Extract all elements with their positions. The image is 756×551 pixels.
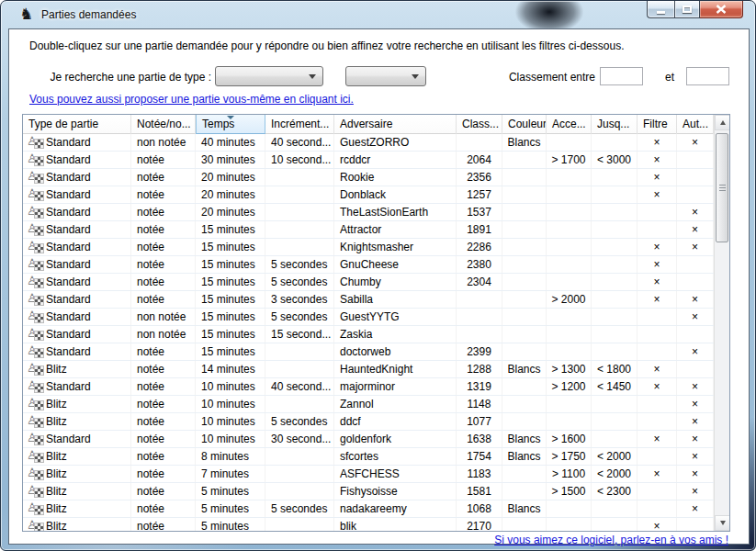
scroll-up-button[interactable] [715,115,730,130]
cell: 5 minutes [196,483,265,500]
column-header-noteno[interactable]: Notée/no... [131,115,196,134]
vertical-scrollbar[interactable] [714,115,729,531]
column-header-typedepartie[interactable]: Type de partie [23,115,131,134]
table-row[interactable]: ♙Standardnotée10 minutes30 second...gold… [23,431,714,448]
rating-min-input[interactable] [600,67,643,85]
cell: 2064 [457,152,502,168]
table-row[interactable]: ♙Standardnon notée15 minutes5 secondesGu… [23,309,714,326]
table-row[interactable]: ♙Standardnotée15 minutes5 secondesChumby… [23,274,714,291]
table-row[interactable]: ♙Standardnotée15 minutes3 secondesSabill… [23,291,714,309]
cell: Donblack [334,186,457,203]
cell [677,256,714,273]
table-body: ♙Standardnon notée40 minutes40 second...… [23,134,714,531]
propose-game-link[interactable]: Vous pouvez aussi proposer une partie vo… [29,93,354,106]
cell: sfcortes [334,448,457,465]
rating-max-input[interactable] [686,67,729,85]
column-header-jusq[interactable]: Jusq... [592,115,638,134]
cell: < 1800 [592,361,638,377]
cell: Blancs [502,500,547,517]
table-row[interactable]: ♙Standardnotée10 minutes40 second...majo… [23,378,714,396]
cell: 30 minutes [196,152,265,168]
column-header-aut[interactable]: Aut... [677,115,714,134]
cell [502,186,547,203]
table-row[interactable]: ♙Blitznotée10 minutes5 secondesddcf1077× [23,413,714,431]
cell: > 1500 [547,483,592,500]
table-row[interactable]: ♙Blitznotée14 minutesHauntedKnight1288Bl… [23,361,714,378]
cell [502,466,547,482]
table-row[interactable]: ♙Blitznotée10 minutesZannol1148× [23,396,714,413]
game-type-dropdown[interactable] [215,66,323,86]
tell-friends-link[interactable]: Si vous aimez ce logiciel, parlez-en à v… [494,534,728,546]
table-row[interactable]: ♙Blitznotée5 minutes5 secondesnadakareem… [23,500,714,518]
cell: notée [131,378,196,395]
cell [677,518,714,531]
cell: GnuCheese [334,256,457,273]
cell: GuestYYTG [334,309,457,325]
cell: 2380 [457,256,502,273]
table-row[interactable]: ♙Standardnon notée15 minutes15 second...… [23,326,714,343]
game-variant-dropdown[interactable] [345,66,426,86]
cell: × [638,256,677,273]
column-header-adversaire[interactable]: Adversaire [334,115,457,134]
column-header-class[interactable]: Class... [457,115,502,134]
column-header-temps[interactable]: Temps [196,115,265,134]
et-label: et [665,71,674,84]
intro-text: Double-cliquez sur une partie demandée p… [29,39,624,52]
cell [547,221,592,238]
cell [592,186,638,203]
cell: doctorweb [334,343,457,360]
cell: goldenfork [334,431,457,447]
cell: 30 second... [265,431,334,447]
table-row[interactable]: ♙Standardnon notée40 minutes40 second...… [23,134,714,152]
column-header-filtre[interactable]: Filtre [638,115,677,134]
cell: ♙Standard [23,239,131,255]
cell: 1638 [457,431,502,447]
maximize-button[interactable] [674,1,700,18]
column-header-couleur[interactable]: Couleur [502,115,547,134]
cell: 15 minutes [196,274,265,290]
column-header-acce[interactable]: Acce... [547,115,592,134]
chess-piece-icon: ♙ [28,519,43,531]
cell: ♙Standard [23,431,131,447]
table-row[interactable]: ♙Blitznotée5 minutesFishysoisse1581> 150… [23,483,714,500]
table-row[interactable]: ♙Standardnotée20 minutesRookie2356× [23,169,714,186]
chess-piece-icon: ♙ [28,170,43,184]
scrollbar-thumb[interactable] [716,133,728,242]
chess-piece-icon: ♙ [28,449,43,463]
table-row[interactable]: ♙Standardnotée30 minutes10 second...rcdd… [23,152,714,169]
cell: 5 secondes [265,309,334,325]
cell: 5 secondes [265,413,334,430]
cell: × [677,483,714,500]
window-controls [647,1,743,18]
cell [265,204,334,220]
chess-piece-icon: ♙ [28,187,43,201]
column-header-incrment[interactable]: Incrément... [265,115,334,134]
minimize-button[interactable] [647,1,674,18]
cell: < 1450 [592,378,638,395]
close-icon [716,5,727,14]
type-filter-label: Je recherche une partie de type : [9,71,211,84]
table-row[interactable]: ♙Standardnotée15 minutesAttractor1891× [23,221,714,239]
table-row[interactable]: ♙Standardnotée20 minutesTheLastSionEarth… [23,204,714,221]
cell: ♙Blitz [23,448,131,465]
cell [638,343,677,360]
cell [502,343,547,360]
table-row[interactable]: ♙Standardnotée20 minutesDonblack1257× [23,186,714,204]
close-button[interactable] [700,1,743,18]
table-row[interactable]: ♙Standardnotée15 minutes5 secondesGnuChe… [23,256,714,274]
table-row[interactable]: ♙Standardnotée15 minutesKnightsmasher228… [23,239,714,256]
table-row[interactable]: ♙Blitznotée5 minutesblik2170× [23,518,714,531]
cell [265,169,334,186]
cell [592,256,638,273]
cell: 5 secondes [265,256,334,273]
table-row[interactable]: ♙Blitznotée8 minutessfcortes1754Blancs> … [23,448,714,466]
table-row[interactable]: ♙Blitznotée7 minutesASFCHESS1183> 1100< … [23,466,714,483]
scroll-down-button[interactable] [715,515,730,531]
table-row[interactable]: ♙Standardnotée15 minutesdoctorweb2399× [23,343,714,361]
app-chess-icon: ♞ [19,6,33,24]
cell: 1891 [457,221,502,238]
cell: 10 minutes [196,413,265,430]
cell [547,413,592,430]
cell [638,500,677,517]
cell: Zannol [334,396,457,412]
